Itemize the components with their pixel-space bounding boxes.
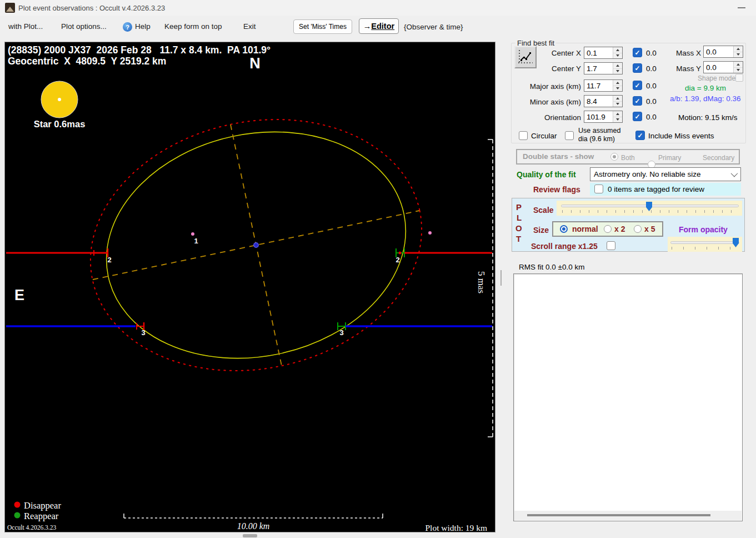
center-y-stepper[interactable] xyxy=(613,63,622,74)
occultation-plot[interactable]: 2 2 3 3 1 xyxy=(4,42,495,532)
center-y-field[interactable] xyxy=(584,62,623,74)
mass-y-input[interactable] xyxy=(704,62,733,73)
minor-axis-field[interactable] xyxy=(584,95,623,107)
window-title: Plot event observations : Occult v.4.202… xyxy=(18,4,165,12)
circular-checkbox[interactable] xyxy=(519,131,528,140)
panel-splitter[interactable] xyxy=(500,270,502,286)
predicted-label: 1 xyxy=(194,237,198,245)
north-indicator: N xyxy=(249,55,261,72)
center-x-stepper[interactable] xyxy=(613,47,622,58)
chord2-label-right: 2 xyxy=(395,256,399,264)
size-normal-label: normal xyxy=(572,225,598,233)
center-x-input[interactable] xyxy=(584,47,613,58)
vertical-scale-bar xyxy=(488,140,493,437)
reappear-dot-icon xyxy=(14,512,21,519)
quality-value: Astrometry only. No reliable size xyxy=(594,170,701,178)
mass-x-stepper[interactable] xyxy=(733,46,743,57)
menu-exit[interactable]: Exit xyxy=(243,22,256,31)
menu-with-plot[interactable]: with Plot... xyxy=(8,22,43,31)
app-window: Plot event observations : Occult v.4.202… xyxy=(0,0,756,538)
mass-x-label: Mass X xyxy=(655,49,701,57)
scroll-range-checkbox[interactable] xyxy=(607,241,615,250)
editor-label: Editor xyxy=(371,22,394,31)
dia-readout: dia = 9.9 km xyxy=(685,84,726,92)
center-y-input[interactable] xyxy=(584,63,613,74)
quality-dropdown[interactable]: Astrometry only. No reliable size xyxy=(590,167,741,181)
orientation-fit-checkbox[interactable] xyxy=(633,112,642,121)
title-bar: Plot event observations : Occult v.4.202… xyxy=(0,0,756,16)
legend-disappear: Disappear xyxy=(24,500,61,511)
review-flags-checkbox[interactable] xyxy=(594,185,603,193)
motion-readout: Motion: 9.15 km/s xyxy=(678,113,738,122)
include-miss-checkbox[interactable] xyxy=(635,131,645,140)
include-miss-label: Include Miss events xyxy=(648,132,714,140)
use-assumed-dia-checkbox[interactable] xyxy=(565,131,574,140)
chord3-label-right: 3 xyxy=(339,328,343,337)
set-miss-times-button[interactable]: Set 'Miss' Times xyxy=(293,19,352,34)
size-normal-radio[interactable] xyxy=(560,225,568,233)
size-x2-radio[interactable] xyxy=(604,225,612,233)
review-flags-label: Review flags xyxy=(533,185,580,194)
menu-keep-form-on-top[interactable]: Keep form on top xyxy=(164,22,222,31)
list-hscrollbar-thumb[interactable] xyxy=(527,514,710,516)
double-stars-radio-both[interactable] xyxy=(610,153,618,161)
center-y-fit-checkbox[interactable] xyxy=(633,63,642,73)
form-opacity-slider[interactable] xyxy=(668,237,742,252)
vertical-scale-label: 5 mas xyxy=(476,271,487,293)
chord-3[interactable] xyxy=(6,322,492,330)
scale-label: Scale xyxy=(533,206,554,215)
star-center-dot xyxy=(58,98,61,101)
mass-x-field[interactable] xyxy=(703,46,743,58)
plot-version: Occult 4.2026.3.23 xyxy=(7,524,56,531)
scale-slider[interactable] xyxy=(557,201,742,216)
chord2-label-left: 2 xyxy=(107,256,111,264)
minor-axis-flag: 0.0 xyxy=(646,97,657,106)
list-hscrollbar[interactable] xyxy=(514,511,742,520)
center-x-flag: 0.0 xyxy=(646,49,657,57)
minimize-icon[interactable] xyxy=(733,2,750,13)
major-axis-fit-checkbox[interactable] xyxy=(633,81,642,90)
legend-reappear: Reappear xyxy=(24,511,59,521)
major-axis-field[interactable] xyxy=(584,79,623,92)
double-stars-primary-label: Primary xyxy=(658,154,681,162)
menu-plot-options[interactable]: Plot options... xyxy=(61,22,107,31)
center-x-fit-checkbox[interactable] xyxy=(633,48,642,57)
chord3-label-left: 3 xyxy=(141,328,145,337)
form-opacity-slider-thumb[interactable] xyxy=(733,238,739,247)
shape-model-checkbox[interactable] xyxy=(735,74,743,82)
chord-2[interactable] xyxy=(6,248,492,257)
orientation-field[interactable] xyxy=(584,111,623,123)
plot-letter-o: O xyxy=(515,223,522,233)
scroll-range-label: Scroll range x1.25 xyxy=(531,242,598,251)
plot-letter-l: L xyxy=(517,213,522,222)
mass-y-label: Mass Y xyxy=(655,64,701,73)
mass-y-field[interactable] xyxy=(703,61,743,73)
editor-button[interactable]: →Editor xyxy=(359,18,399,34)
mass-x-input[interactable] xyxy=(704,46,733,57)
plot-hscrollbar-thumb[interactable] xyxy=(243,534,257,537)
orientation-input[interactable] xyxy=(584,111,613,122)
orientation-stepper[interactable] xyxy=(613,111,622,122)
plot-letter-p: P xyxy=(516,202,522,212)
center-x-field[interactable] xyxy=(584,47,623,59)
help-icon[interactable]: ? xyxy=(123,22,132,32)
plot-letter-t: T xyxy=(516,234,521,243)
major-axis-input[interactable] xyxy=(584,80,613,91)
double-stars-both-label: Both xyxy=(621,154,635,162)
size-radio-group: normal x 2 x 5 xyxy=(552,221,663,237)
set-miss-times-label: Set 'Miss' Times xyxy=(299,23,347,31)
menu-help[interactable]: Help xyxy=(135,22,151,31)
major-axis-stepper[interactable] xyxy=(613,80,622,91)
observation-list[interactable]: 1(P) Predicted 2 B Whitehurst, near Moun… xyxy=(513,273,743,521)
minor-axis-stepper[interactable] xyxy=(613,96,622,107)
horizontal-scale-bar xyxy=(124,514,383,518)
plot-canvas: 2 2 3 3 1 xyxy=(5,42,495,532)
minor-axis-fit-checkbox[interactable] xyxy=(633,96,642,106)
size-x2-label: x 2 xyxy=(614,225,625,233)
minor-axis-label: Minor axis (km) xyxy=(511,98,581,106)
minor-axis-input[interactable] xyxy=(584,96,613,107)
mass-y-stepper[interactable] xyxy=(733,62,743,73)
orientation-flag: 0.0 xyxy=(646,113,657,121)
size-x5-radio[interactable] xyxy=(634,225,642,233)
predicted-point-2 xyxy=(428,231,432,235)
